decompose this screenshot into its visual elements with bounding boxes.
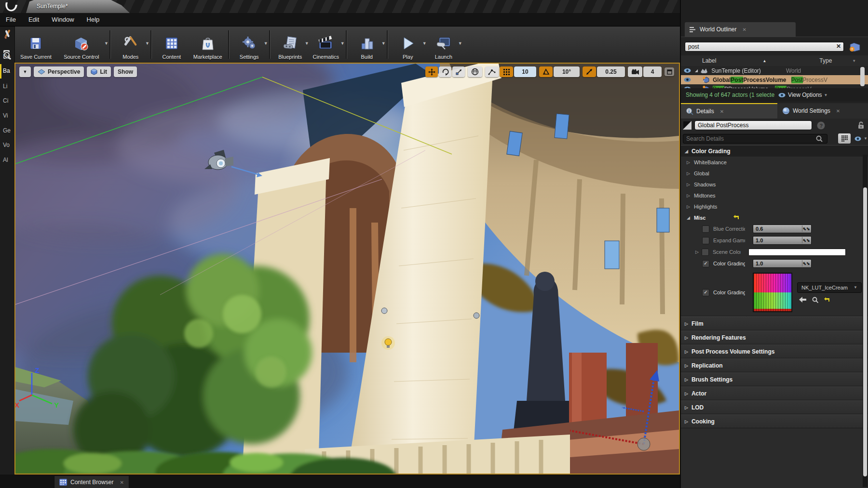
mode-tab-lights[interactable]: Li (3, 83, 7, 90)
category-cooking[interactable]: ▷Cooking (681, 414, 868, 428)
reset-to-default-icon[interactable] (733, 215, 740, 220)
mode-tab-visual[interactable]: Vi (3, 112, 8, 119)
cinematics-button[interactable]: Cinematics ▼ (308, 26, 344, 63)
property-matrix-button[interactable] (838, 133, 851, 144)
scene-color-tint-checkbox[interactable] (702, 249, 709, 256)
camera-speed-button[interactable] (628, 66, 642, 77)
category-replication[interactable]: ▷Replication (681, 358, 868, 372)
marketplace-button[interactable]: Marketplace (190, 26, 226, 63)
source-control-button[interactable]: Source Control ▼ (55, 26, 108, 63)
angle-snap-button[interactable] (539, 66, 553, 77)
rotate-tool-button[interactable] (439, 66, 451, 77)
actor-name-field[interactable] (694, 120, 812, 130)
content-browser-close-icon[interactable]: ✕ (120, 480, 123, 485)
modes-button[interactable]: Modes ▼ (113, 26, 149, 63)
display-filter-caret-icon[interactable]: ▼ (864, 136, 868, 141)
camera-speed-value[interactable]: 4 (643, 66, 662, 77)
category-rendering-features[interactable]: ▷Rendering Features (681, 330, 868, 344)
expand-caret-icon[interactable]: ◢ (695, 68, 698, 73)
place-mode-icon[interactable] (2, 28, 14, 40)
visibility-eye-icon[interactable] (684, 68, 691, 73)
tab-details[interactable]: i Details ✕ (681, 103, 777, 119)
save-current-button[interactable]: Save Current (16, 26, 55, 63)
cinematics-dropdown-icon[interactable]: ▼ (340, 41, 345, 46)
blue-correction-value[interactable]: 0.6 ⬉⬊ (753, 224, 812, 233)
grid-snap-button[interactable] (500, 66, 513, 77)
lit-mode-button[interactable]: Lit (87, 66, 111, 77)
build-dropdown-icon[interactable]: ▼ (381, 41, 386, 46)
settings-button[interactable]: Settings ▼ (231, 26, 267, 63)
use-selected-asset-icon[interactable] (799, 297, 806, 303)
lut-asset-dropdown[interactable]: NK_LUT_IceCream ▼ (797, 282, 862, 293)
outliner-row-partial[interactable]: PostPProcessVolume PostProcessV (681, 84, 868, 88)
display-filter-eye-icon[interactable] (854, 136, 862, 142)
group-whitebalance[interactable]: ▷WhiteBalance (681, 157, 868, 168)
maximize-viewport-button[interactable] (665, 67, 674, 76)
value-spinner-icon[interactable]: ⬉⬊ (802, 260, 810, 266)
world-local-toggle-button[interactable] (468, 66, 482, 77)
launch-dropdown-icon[interactable]: ▼ (458, 41, 462, 46)
reset-to-default-icon[interactable] (824, 297, 830, 303)
mode-tab-all-classes[interactable]: Al (3, 157, 8, 163)
build-button[interactable]: Build ▼ (349, 26, 385, 63)
outliner-row-world[interactable]: ◢ SunTemple (Editor) World (681, 66, 868, 75)
perspective-button[interactable]: Perspective (34, 66, 84, 77)
angle-snap-value[interactable]: 10° (554, 66, 580, 77)
view-options-button[interactable]: View Options (788, 92, 822, 98)
outliner-row-selected[interactable]: + GlobalPostProcessVolume PostProcessV (681, 75, 868, 84)
scale-snap-value[interactable]: 0.25 (597, 66, 625, 77)
world-outliner-close-icon[interactable]: ✕ (742, 27, 746, 32)
play-button[interactable]: Play ▼ (390, 26, 426, 63)
category-actor[interactable]: ▷Actor (681, 386, 868, 400)
tab-world-settings[interactable]: World Settings ✕ (777, 103, 868, 119)
blueprints-button[interactable]: Blueprints ▼ (272, 26, 308, 63)
scene-color-tint-swatch[interactable] (748, 249, 846, 256)
outliner-scrollbar[interactable] (860, 67, 865, 86)
modes-dropdown-icon[interactable]: ▼ (145, 41, 149, 46)
sort-ascending-icon[interactable]: ▲ (762, 59, 766, 63)
menu-edit[interactable]: Edit (28, 16, 39, 23)
mode-tab-volumes[interactable]: Vo (3, 142, 10, 148)
scale-snap-button[interactable] (583, 66, 596, 77)
level-tab[interactable]: SunTemple* (26, 0, 130, 13)
color-grading-lut-checkbox[interactable]: ✓ (702, 289, 709, 296)
column-type[interactable]: Type (819, 57, 832, 64)
details-scrollbar[interactable] (863, 187, 867, 476)
browse-to-asset-icon[interactable] (812, 297, 818, 303)
group-misc[interactable]: ◢Misc (681, 212, 868, 224)
details-close-icon[interactable]: ✕ (720, 109, 724, 114)
content-browser-tab[interactable]: Content Browser ✕ (54, 475, 129, 488)
group-highlights[interactable]: ▷Highlights (681, 201, 868, 212)
menu-window[interactable]: Window (52, 16, 74, 23)
grid-snap-value[interactable]: 10 (514, 66, 536, 77)
show-menu-button[interactable]: Show (114, 66, 137, 77)
blue-correction-checkbox[interactable] (702, 225, 709, 233)
color-grading-intensity-value[interactable]: 1.0 ⬉⬊ (753, 259, 812, 268)
expand-gamut-checkbox[interactable] (702, 237, 709, 244)
menu-file[interactable]: File (6, 16, 16, 23)
color-grading-intensity-checkbox[interactable]: ✓ (702, 260, 709, 267)
column-label[interactable]: Label (702, 57, 716, 64)
source-control-dropdown-icon[interactable]: ▼ (104, 41, 108, 46)
level-viewport[interactable]: Z Y X ▼ Perspective Lit Show (14, 63, 680, 475)
category-film[interactable]: ▷Film (681, 317, 868, 330)
mode-tab-recently-placed[interactable]: Re (3, 53, 10, 60)
group-midtones[interactable]: ▷Midtones (681, 190, 868, 201)
surface-snap-button[interactable] (485, 66, 499, 77)
content-button[interactable]: Content (154, 26, 190, 63)
category-post-process-volume-settings[interactable]: ▷Post Process Volume Settings (681, 344, 868, 358)
settings-dropdown-icon[interactable]: ▼ (264, 41, 268, 46)
viewport-options-dropdown[interactable]: ▼ (19, 66, 31, 77)
outliner-search-input[interactable] (685, 42, 844, 52)
translate-tool-button[interactable] (425, 66, 438, 77)
world-settings-close-icon[interactable]: ✕ (836, 108, 840, 114)
launch-button[interactable]: Launch ▼ (426, 26, 461, 63)
group-global[interactable]: ▷Global (681, 168, 868, 179)
world-outliner-tab[interactable]: World Outliner ✕ (685, 22, 796, 37)
mode-tab-basic[interactable]: Ba (3, 67, 10, 74)
visibility-eye-icon[interactable] (684, 77, 691, 82)
group-shadows[interactable]: ▷Shadows (681, 179, 868, 190)
category-brush-settings[interactable]: ▷Brush Settings (681, 372, 868, 386)
category-color-grading[interactable]: ◢Color Grading (681, 145, 868, 158)
value-spinner-icon[interactable]: ⬉⬊ (802, 237, 810, 243)
